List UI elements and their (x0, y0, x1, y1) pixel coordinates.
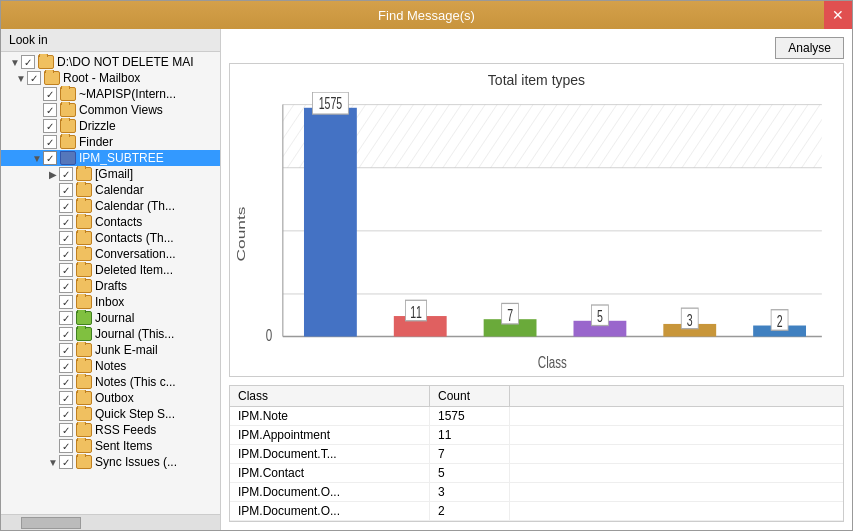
tree-label-sent: Sent Items (95, 439, 152, 453)
tree-item-2[interactable]: Common Views (1, 102, 220, 118)
folder-icon-8 (76, 199, 92, 213)
tree-label-0: Root - Mailbox (63, 71, 140, 85)
tree-label-12: Deleted Item... (95, 263, 173, 277)
tree-item-7[interactable]: Calendar (1, 182, 220, 198)
tree-item-sync[interactable]: ▼ Sync Issues (... (1, 454, 220, 470)
tree-label-sync: Sync Issues (... (95, 455, 177, 469)
table-row[interactable]: IPM.Document.O... 2 (230, 502, 843, 521)
table-row[interactable]: IPM.Appointment 11 (230, 426, 843, 445)
tree-label-journal-this: Journal (This... (95, 327, 174, 341)
checkbox-9[interactable] (59, 215, 73, 229)
tree-item-outbox[interactable]: Outbox (1, 390, 220, 406)
checkbox-12[interactable] (59, 263, 73, 277)
folder-icon-inbox (76, 295, 92, 309)
td-count-3: 5 (430, 464, 510, 482)
checkbox-notes-this[interactable] (59, 375, 73, 389)
right-panel: Analyse Total item types (221, 29, 852, 530)
window-title: Find Message(s) (378, 8, 475, 23)
checkbox-sent[interactable] (59, 439, 73, 453)
folder-icon-5 (60, 151, 76, 165)
tree-item-3[interactable]: Drizzle (1, 118, 220, 134)
td-count-5: 2 (430, 502, 510, 520)
scrollbar-thumb[interactable] (21, 517, 81, 529)
checkbox-6[interactable] (59, 167, 73, 181)
tree-item-4[interactable]: Finder (1, 134, 220, 150)
tree-item-journal-this[interactable]: Journal (This... (1, 326, 220, 342)
tree-area[interactable]: ▼ D:\DO NOT DELETE MAI ▼ Root - Mailbox (1, 52, 220, 514)
checkbox-junk[interactable] (59, 343, 73, 357)
tree-item-notes[interactable]: Notes (1, 358, 220, 374)
table-row[interactable]: IPM.Note 1575 (230, 407, 843, 426)
tree-item-quickstep[interactable]: Quick Step S... (1, 406, 220, 422)
expander-sync[interactable]: ▼ (47, 457, 59, 468)
tree-item-5[interactable]: ▼ IPM_SUBTREE (1, 150, 220, 166)
tree-label-quickstep: Quick Step S... (95, 407, 175, 421)
tree-label-1: ~MAPISP(Intern... (79, 87, 176, 101)
expander-6[interactable]: ▶ (47, 169, 59, 180)
checkbox-notes[interactable] (59, 359, 73, 373)
folder-icon-notes (76, 359, 92, 373)
chart-title: Total item types (230, 64, 843, 92)
tree-item-junk[interactable]: Junk E-mail (1, 342, 220, 358)
bar-chart: 0 Counts Class 1575 (230, 92, 843, 376)
checkbox-2[interactable] (43, 103, 57, 117)
checkbox-root[interactable] (21, 55, 35, 69)
td-class-4: IPM.Document.O... (230, 483, 430, 501)
checkbox-1[interactable] (43, 87, 57, 101)
folder-icon-12 (76, 263, 92, 277)
checkbox-10[interactable] (59, 231, 73, 245)
tree-item-journal[interactable]: Journal (1, 310, 220, 326)
expander-0[interactable]: ▼ (15, 73, 27, 84)
td-class-2: IPM.Document.T... (230, 445, 430, 463)
tree-item-9[interactable]: Contacts (1, 214, 220, 230)
folder-icon-7 (76, 183, 92, 197)
checkbox-5[interactable] (43, 151, 57, 165)
bar-label-6: 2 (777, 313, 783, 331)
bar-label-1: 1575 (319, 95, 342, 113)
tree-item-11[interactable]: Conversation... (1, 246, 220, 262)
bar-label-2: 11 (410, 304, 422, 322)
checkbox-11[interactable] (59, 247, 73, 261)
folder-icon-11 (76, 247, 92, 261)
checkbox-8[interactable] (59, 199, 73, 213)
checkbox-journal-this[interactable] (59, 327, 73, 341)
tree-item-1[interactable]: ~MAPISP(Intern... (1, 86, 220, 102)
tree-item-sent[interactable]: Sent Items (1, 438, 220, 454)
expander-5[interactable]: ▼ (31, 153, 43, 164)
table-row[interactable]: IPM.Document.O... 3 (230, 483, 843, 502)
tree-item-inbox[interactable]: Inbox (1, 294, 220, 310)
tree-label-8: Calendar (Th... (95, 199, 175, 213)
table-row[interactable]: IPM.Contact 5 (230, 464, 843, 483)
checkbox-sync[interactable] (59, 455, 73, 469)
horizontal-scrollbar[interactable] (1, 514, 220, 530)
checkbox-7[interactable] (59, 183, 73, 197)
tree-item-notes-this[interactable]: Notes (This c... (1, 374, 220, 390)
tree-item-12[interactable]: Deleted Item... (1, 262, 220, 278)
close-button[interactable]: ✕ (824, 1, 852, 29)
tree-item-rss[interactable]: RSS Feeds (1, 422, 220, 438)
tree-item-0[interactable]: ▼ Root - Mailbox (1, 70, 220, 86)
checkbox-13[interactable] (59, 279, 73, 293)
checkbox-rss[interactable] (59, 423, 73, 437)
tree-label-13: Drafts (95, 279, 127, 293)
tree-item-10[interactable]: Contacts (Th... (1, 230, 220, 246)
td-count-4: 3 (430, 483, 510, 501)
checkbox-inbox[interactable] (59, 295, 73, 309)
tree-item-root-path[interactable]: ▼ D:\DO NOT DELETE MAI (1, 54, 220, 70)
bar-1 (304, 108, 357, 337)
table-row[interactable]: IPM.Document.T... 7 (230, 445, 843, 464)
checkbox-quickstep[interactable] (59, 407, 73, 421)
th-class: Class (230, 386, 430, 406)
folder-icon-sync (76, 455, 92, 469)
checkbox-4[interactable] (43, 135, 57, 149)
analyse-button[interactable]: Analyse (775, 37, 844, 59)
checkbox-0[interactable] (27, 71, 41, 85)
expander-root[interactable]: ▼ (9, 57, 21, 68)
tree-item-6[interactable]: ▶ [Gmail] (1, 166, 220, 182)
checkbox-outbox[interactable] (59, 391, 73, 405)
checkbox-journal[interactable] (59, 311, 73, 325)
checkbox-3[interactable] (43, 119, 57, 133)
tree-item-13[interactable]: Drafts (1, 278, 220, 294)
main-window: Find Message(s) ✕ Look in ▼ D:\DO NOT DE… (0, 0, 853, 531)
tree-item-8[interactable]: Calendar (Th... (1, 198, 220, 214)
